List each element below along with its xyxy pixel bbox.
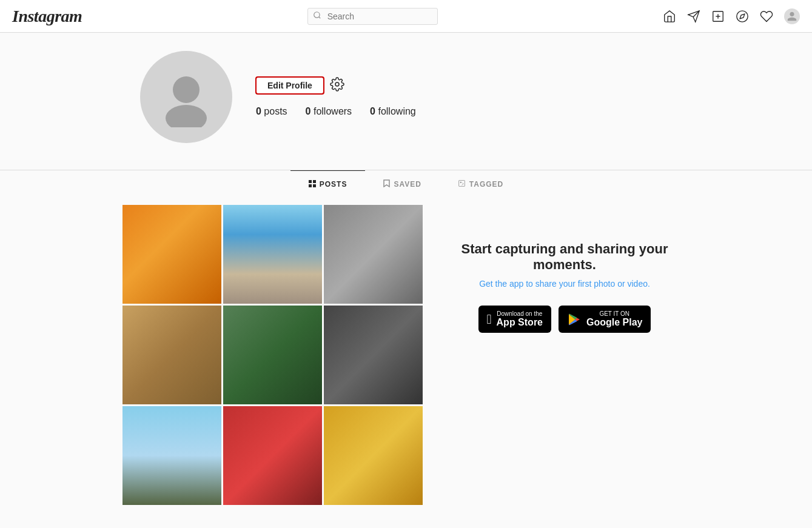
posts-count: 0	[256, 106, 261, 116]
svg-point-0	[314, 12, 319, 17]
grid-cell-1[interactable]	[122, 205, 221, 304]
profile-avatar-image[interactable]	[140, 51, 232, 143]
send-icon[interactable]	[687, 10, 700, 23]
appstore-line1: Download on the	[497, 310, 543, 317]
following-label: following	[378, 106, 415, 116]
profile-avatar-area	[135, 51, 238, 143]
posts-grid	[122, 205, 423, 505]
googleplay-line1: GET IT ON	[586, 310, 642, 317]
svg-point-7	[737, 10, 748, 21]
following-stat[interactable]: 0 following	[370, 106, 416, 117]
new-post-icon[interactable]	[711, 10, 725, 23]
grid-cell-6[interactable]	[324, 306, 423, 404]
svg-rect-14	[309, 184, 312, 187]
grid-cell-3[interactable]	[324, 205, 423, 304]
posts-stat[interactable]: 0 posts	[256, 106, 287, 117]
profile-header: Edit Profile 0 posts 0 followers	[135, 51, 677, 143]
svg-point-9	[173, 76, 200, 103]
svg-point-17	[460, 182, 461, 183]
tab-tagged-label: TAGGED	[469, 180, 503, 189]
tab-saved-label: SAVED	[394, 180, 421, 189]
capture-heading: Start capturing and sharing your moments…	[440, 241, 690, 273]
svg-point-10	[166, 105, 207, 127]
appstore-line2: App Store	[497, 317, 543, 328]
svg-rect-13	[313, 180, 316, 183]
following-count: 0	[370, 106, 375, 116]
tab-posts-label: POSTS	[320, 180, 347, 189]
app-badges:  Download on the App Store GET IT ON Go…	[478, 306, 651, 333]
tab-posts[interactable]: POSTS	[290, 170, 366, 198]
header: Instagram	[0, 0, 812, 33]
grid-cell-7[interactable]	[122, 406, 221, 505]
followers-label: followers	[314, 106, 352, 116]
tab-saved[interactable]: SAVED	[365, 170, 439, 198]
explore-icon[interactable]	[736, 10, 749, 23]
settings-icon[interactable]	[330, 77, 344, 94]
grid-cell-8[interactable]	[223, 406, 322, 505]
instagram-logo: Instagram	[12, 7, 82, 26]
google-play-icon	[567, 312, 582, 327]
profile-avatar[interactable]	[784, 8, 800, 24]
googleplay-texts: GET IT ON Google Play	[586, 310, 642, 328]
followers-count: 0	[306, 106, 311, 116]
svg-rect-16	[458, 181, 465, 187]
svg-rect-15	[313, 184, 316, 187]
googleplay-line2: Google Play	[586, 317, 642, 328]
profile-stats: 0 posts 0 followers 0 following	[256, 106, 677, 117]
activity-icon[interactable]	[760, 10, 773, 23]
tag-icon	[458, 179, 466, 189]
svg-point-11	[335, 82, 339, 86]
profile-container: Edit Profile 0 posts 0 followers	[122, 33, 690, 143]
search-bar	[307, 8, 438, 25]
appstore-badge[interactable]:  Download on the App Store	[478, 306, 552, 333]
svg-marker-8	[740, 14, 745, 19]
capture-subtext: Get the app to share your first photo or…	[479, 279, 650, 289]
apple-icon: 	[487, 312, 492, 327]
grid-icon	[309, 180, 316, 189]
grid-cell-2[interactable]	[223, 205, 322, 304]
search-input[interactable]	[307, 8, 438, 25]
home-icon[interactable]	[663, 10, 676, 23]
bookmark-icon	[383, 179, 390, 189]
tabs-container: POSTS SAVED TAGGED	[122, 170, 690, 198]
capture-section: Start capturing and sharing your moments…	[440, 205, 690, 505]
googleplay-badge[interactable]: GET IT ON Google Play	[559, 306, 651, 333]
header-nav	[663, 8, 800, 24]
appstore-texts: Download on the App Store	[497, 310, 543, 328]
profile-info: Edit Profile 0 posts 0 followers	[238, 77, 677, 117]
profile-actions: Edit Profile	[256, 77, 677, 94]
grid-cell-4[interactable]	[122, 306, 221, 404]
content-area: Start capturing and sharing your moments…	[122, 198, 690, 512]
grid-cell-5[interactable]	[223, 306, 322, 404]
edit-profile-button[interactable]: Edit Profile	[256, 77, 324, 94]
search-icon	[313, 11, 321, 22]
svg-line-1	[318, 16, 320, 18]
svg-rect-12	[309, 180, 312, 183]
tab-tagged[interactable]: TAGGED	[440, 170, 522, 198]
grid-cell-9[interactable]	[324, 406, 423, 505]
posts-label: posts	[264, 106, 287, 116]
followers-stat[interactable]: 0 followers	[306, 106, 352, 117]
